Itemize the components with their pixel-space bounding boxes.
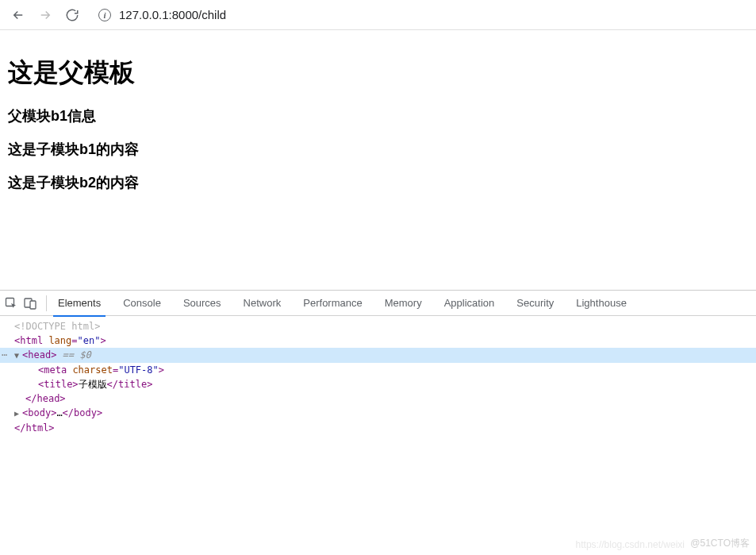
svg-rect-2 [30, 301, 36, 309]
code-doctype[interactable]: <!DOCTYPE html> [0, 319, 756, 333]
code-body[interactable]: ▶<body>…</body> [0, 406, 756, 421]
url-text: 127.0.0.1:8000/child [119, 8, 226, 21]
tab-elements[interactable]: Elements [47, 291, 112, 316]
tab-console[interactable]: Console [112, 291, 172, 316]
tab-application[interactable]: Application [433, 291, 506, 316]
address-bar[interactable]: i 127.0.0.1:8000/child [89, 8, 750, 21]
devtools-tabbar: Elements Console Sources Network Perform… [0, 291, 756, 316]
browser-toolbar: i 127.0.0.1:8000/child [0, 0, 756, 30]
tab-performance[interactable]: Performance [292, 291, 373, 316]
forward-button[interactable] [38, 8, 52, 22]
tab-sources[interactable]: Sources [172, 291, 232, 316]
page-content: 这是父模板 父模块b1信息 这是子模块b1的内容 这是子模块b2的内容 [0, 30, 756, 218]
page-heading-2a: 父模块b1信息 [8, 106, 748, 125]
watermark-faint: https://blog.csdn.net/weixi [576, 539, 685, 550]
back-button[interactable] [11, 8, 25, 22]
collapse-arrow-icon[interactable]: ▼ [14, 349, 22, 363]
expand-arrow-icon[interactable]: ▶ [14, 407, 22, 421]
watermark: @51CTO博客 [690, 537, 750, 550]
code-head-close[interactable]: </head> [0, 391, 756, 406]
page-heading-2b: 这是子模块b1的内容 [8, 140, 748, 159]
code-html-open[interactable]: <html lang="en"> [0, 333, 756, 348]
tab-lighthouse[interactable]: Lighthouse [565, 291, 638, 316]
page-heading-2c: 这是子模块b2的内容 [8, 173, 748, 192]
tab-security[interactable]: Security [505, 291, 565, 316]
devtools-panel: Elements Console Sources Network Perform… [0, 290, 756, 555]
code-head-open[interactable]: ▼<head> == $0 [0, 348, 756, 363]
info-icon[interactable]: i [98, 9, 111, 21]
code-html-close[interactable]: </html> [0, 421, 756, 435]
code-title[interactable]: <title>子模版</title> [0, 377, 756, 391]
inspect-element-icon[interactable] [5, 297, 17, 310]
tab-network[interactable]: Network [232, 291, 293, 316]
code-meta[interactable]: <meta charset="UTF-8"> [0, 363, 756, 377]
ellipsis-icon[interactable]: ⋯ [2, 348, 7, 362]
page-heading-1: 这是父模板 [8, 56, 748, 91]
nav-buttons [6, 8, 79, 22]
devtools-icon-group [5, 295, 47, 311]
reload-button[interactable] [65, 8, 79, 22]
devtools-elements-tree[interactable]: <!DOCTYPE html> <html lang="en"> ⋯ ▼<hea… [0, 316, 756, 438]
device-toggle-icon[interactable] [24, 297, 36, 310]
tab-memory[interactable]: Memory [374, 291, 433, 316]
